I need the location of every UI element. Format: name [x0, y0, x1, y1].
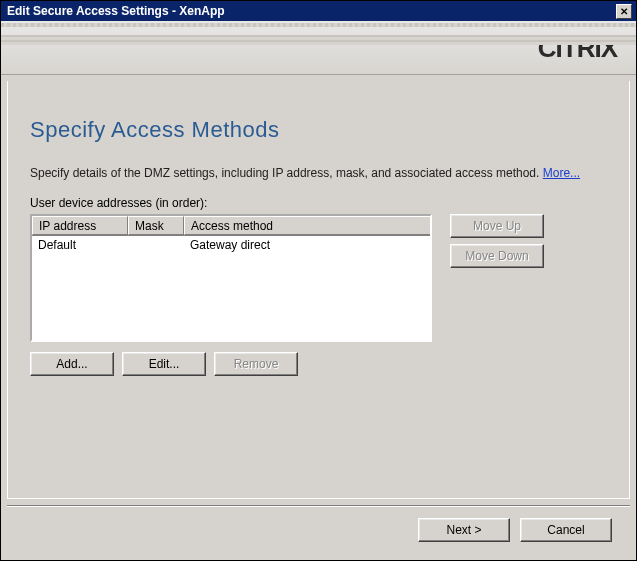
- content-area: Specify Access Methods Specify details o…: [7, 81, 630, 499]
- col-mask[interactable]: Mask: [128, 216, 184, 235]
- dialog-window: Edit Secure Access Settings - XenApp ✕ C…: [0, 0, 637, 561]
- title-bar: Edit Secure Access Settings - XenApp ✕: [1, 1, 636, 21]
- cell-ip: Default: [32, 237, 128, 253]
- list-action-row: Add... Edit... Remove: [30, 352, 607, 376]
- col-ip[interactable]: IP address: [32, 216, 128, 235]
- address-listview[interactable]: IP address Mask Access method Default Ga…: [30, 214, 432, 342]
- remove-button[interactable]: Remove: [214, 352, 298, 376]
- close-icon: ✕: [620, 6, 628, 17]
- close-button[interactable]: ✕: [616, 4, 632, 19]
- list-row-area: IP address Mask Access method Default Ga…: [30, 214, 607, 342]
- citrix-logo: CİTRIX: [538, 33, 622, 64]
- next-button[interactable]: Next >: [418, 518, 510, 542]
- reorder-buttons: Move Up Move Down: [450, 214, 544, 268]
- cell-method: Gateway direct: [184, 237, 430, 253]
- cancel-button[interactable]: Cancel: [520, 518, 612, 542]
- table-row[interactable]: Default Gateway direct: [32, 236, 430, 254]
- window-title: Edit Secure Access Settings - XenApp: [5, 4, 225, 18]
- move-down-button[interactable]: Move Down: [450, 244, 544, 268]
- description-text: Specify details of the DMZ settings, inc…: [30, 166, 539, 180]
- cell-mask: [128, 244, 184, 246]
- more-link[interactable]: More...: [543, 166, 580, 180]
- logo-dot-icon: [618, 36, 622, 40]
- header-banner: CİTRIX: [1, 21, 636, 75]
- edit-button[interactable]: Edit...: [122, 352, 206, 376]
- wizard-footer: Next > Cancel: [7, 505, 630, 554]
- add-button[interactable]: Add...: [30, 352, 114, 376]
- list-label: User device addresses (in order):: [30, 196, 607, 210]
- listview-header: IP address Mask Access method: [32, 216, 430, 236]
- col-method[interactable]: Access method: [184, 216, 430, 235]
- page-description: Specify details of the DMZ settings, inc…: [30, 165, 607, 182]
- page-title: Specify Access Methods: [30, 117, 607, 143]
- move-up-button[interactable]: Move Up: [450, 214, 544, 238]
